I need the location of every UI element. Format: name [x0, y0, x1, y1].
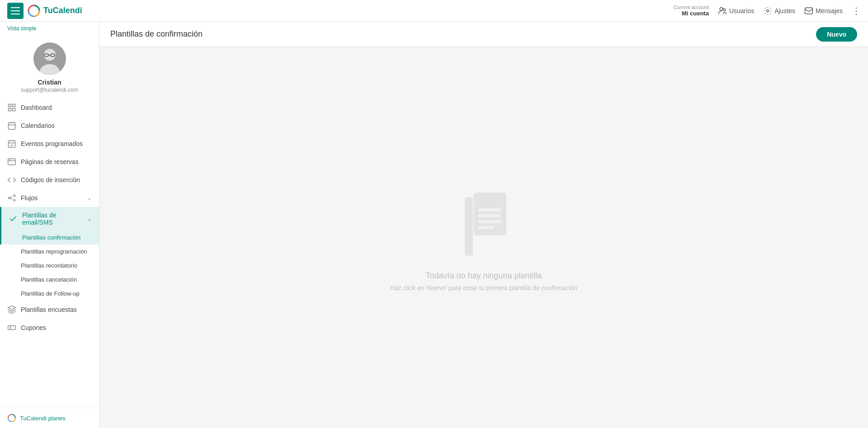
- avatar-image: [33, 42, 66, 75]
- svg-rect-45: [478, 226, 494, 229]
- mensajes-icon: [804, 6, 813, 15]
- sidebar-sub-item-recordatorio[interactable]: Plantillas recordatorio: [0, 259, 99, 273]
- profile-area: Cristian support@tucalendi.com: [0, 35, 99, 99]
- code-icon: [7, 175, 16, 184]
- sidebar-item-calendarios[interactable]: Calendarios: [0, 117, 99, 135]
- svg-rect-14: [9, 108, 11, 111]
- sidebar-item-flujos[interactable]: Flujos ⌄: [0, 189, 99, 207]
- sidebar-item-label: Códigos de inserción: [21, 176, 92, 183]
- vista-simple-link[interactable]: Vista simple: [0, 22, 99, 35]
- more-button[interactable]: ⋮: [852, 5, 861, 16]
- profile-name: Cristian: [38, 79, 61, 86]
- browser-icon: [7, 157, 16, 166]
- sidebar-item-dashboard[interactable]: Dashboard: [0, 99, 99, 117]
- sidebar-sub-item-cancelacion[interactable]: Plantillas cancelación: [0, 273, 99, 287]
- svg-rect-13: [13, 104, 15, 107]
- ajustes-label: Ajustes: [774, 7, 795, 14]
- svg-point-29: [14, 199, 15, 201]
- svg-rect-16: [9, 122, 15, 129]
- hamburger-button[interactable]: [7, 3, 24, 19]
- main-content: Plantillas de confirmación Nuevo: [99, 22, 868, 428]
- sidebar-sub-item-confirmacion[interactable]: Plantillas confirmación: [0, 230, 99, 245]
- gear-icon: [763, 6, 772, 15]
- empty-state-icon: [452, 183, 515, 262]
- check-icon: [9, 214, 18, 223]
- empty-state-title: Todavía no hay ninguna plantilla: [425, 271, 542, 281]
- logo-area: TuCalendi: [27, 4, 82, 18]
- sidebar-item-codigos[interactable]: Códigos de inserción: [0, 171, 99, 189]
- usuarios-icon: [718, 6, 727, 15]
- sidebar-item-cupones[interactable]: Cupones: [0, 319, 99, 337]
- sidebar: Vista simple Cristian support@tucalendi.…: [0, 22, 99, 428]
- sidebar-sub-item-reprogramacion[interactable]: Plantillas reprogramación: [0, 245, 99, 259]
- avatar: [33, 42, 66, 75]
- logo-icon: [27, 4, 41, 18]
- usuarios-link[interactable]: Usuarios: [718, 6, 754, 15]
- current-account[interactable]: Current account Mi cuenta: [674, 5, 709, 17]
- nuevo-button[interactable]: Nuevo: [816, 27, 857, 42]
- svg-line-30: [10, 197, 12, 198]
- sidebar-nav: Dashboard Calendarios Eventos programado…: [0, 99, 99, 408]
- sidebar-bottom: TuCalendi planes: [0, 408, 99, 428]
- sidebar-item-label: Páginas de reservas: [21, 158, 92, 165]
- svg-point-2: [720, 7, 723, 10]
- svg-point-27: [9, 197, 10, 198]
- page-title: Plantillas de confirmación: [110, 29, 203, 39]
- topnav-left: TuCalendi: [7, 3, 82, 19]
- mensajes-label: Mensajes: [816, 7, 843, 14]
- sidebar-item-plantillas-email[interactable]: Plantillas de email/SMS ⌄: [0, 207, 99, 230]
- ajustes-link[interactable]: Ajustes: [763, 6, 795, 15]
- layout: Vista simple Cristian support@tucalendi.…: [0, 22, 868, 428]
- topnav-right: Current account Mi cuenta Usuarios Ajust…: [674, 5, 861, 17]
- tucalendi-planes-icon: [7, 414, 16, 423]
- svg-marker-32: [8, 306, 16, 310]
- svg-point-28: [14, 195, 15, 196]
- svg-rect-37: [465, 197, 473, 256]
- svg-point-36: [10, 417, 13, 419]
- svg-rect-20: [9, 141, 15, 147]
- svg-rect-15: [13, 108, 15, 111]
- svg-point-1: [32, 9, 36, 13]
- topnav: TuCalendi Current account Mi cuenta Usua…: [0, 0, 868, 22]
- sidebar-sub-item-followup[interactable]: Plantillas de Follow-up: [0, 287, 99, 301]
- tucalendi-planes-label: TuCalendi planes: [20, 415, 66, 422]
- sidebar-item-label: Cupones: [21, 324, 92, 331]
- flujos-chevron: ⌄: [87, 195, 92, 201]
- calendar-icon: [7, 121, 16, 130]
- coupon-icon: [7, 323, 16, 332]
- grid-icon: [7, 103, 16, 112]
- svg-line-31: [10, 198, 12, 199]
- sidebar-sub-menu: Plantillas confirmación Plantillas repro…: [0, 230, 99, 301]
- check-calendar-icon: [7, 139, 16, 148]
- sidebar-item-paginas[interactable]: Páginas de reservas: [0, 153, 99, 171]
- usuarios-label: Usuarios: [729, 7, 754, 14]
- sidebar-item-label: Flujos: [21, 194, 83, 202]
- profile-email: support@tucalendi.com: [21, 87, 78, 93]
- content-area: Todavía no hay ninguna plantilla Haz cli…: [99, 47, 868, 428]
- sidebar-item-label: Dashboard: [21, 104, 92, 111]
- layers-icon: [7, 305, 16, 314]
- mensajes-link[interactable]: Mensajes: [804, 6, 843, 15]
- svg-point-7: [44, 49, 56, 61]
- logo-text: TuCalendi: [43, 6, 82, 15]
- svg-point-3: [723, 9, 726, 11]
- sidebar-item-plantillas-encuestas[interactable]: Plantillas encuestas: [0, 301, 99, 319]
- svg-rect-24: [8, 159, 16, 165]
- svg-rect-5: [805, 8, 813, 14]
- svg-rect-43: [478, 214, 501, 217]
- sidebar-item-label: Plantillas de email/SMS: [22, 212, 83, 226]
- sidebar-item-label: Calendarios: [21, 122, 92, 129]
- sidebar-item-label: Eventos programados: [21, 140, 92, 147]
- page-header: Plantillas de confirmación Nuevo: [99, 22, 868, 47]
- svg-point-4: [767, 9, 769, 12]
- sidebar-item-eventos[interactable]: Eventos programados: [0, 135, 99, 153]
- svg-rect-12: [9, 104, 11, 107]
- sidebar-item-label: Plantillas encuestas: [21, 306, 92, 313]
- plantillas-email-chevron: ⌄: [87, 216, 92, 222]
- svg-rect-44: [478, 220, 501, 223]
- svg-rect-33: [8, 326, 16, 329]
- flow-icon: [7, 193, 16, 202]
- svg-rect-42: [478, 208, 501, 212]
- tucalendi-planes-link[interactable]: TuCalendi planes: [7, 414, 92, 423]
- empty-state-subtitle: Haz click en 'Nuevo' para crear tu prime…: [390, 284, 577, 292]
